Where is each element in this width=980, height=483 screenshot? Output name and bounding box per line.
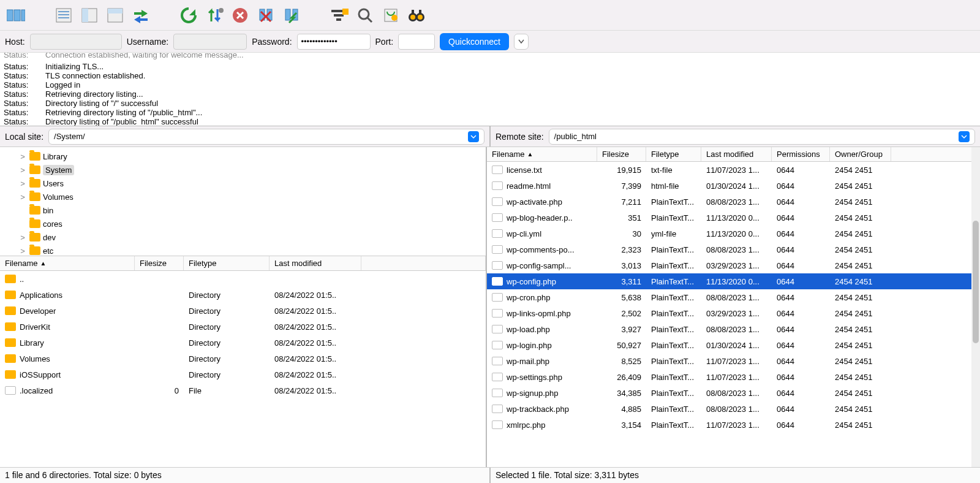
file-row[interactable]: wp-cli.yml30yml-file11/13/2020 0...06442… [487, 226, 980, 242]
username-input[interactable] [173, 34, 247, 50]
folder-icon [29, 246, 40, 255]
expand-toggle[interactable]: > [18, 165, 27, 175]
binoculars-icon[interactable] [405, 4, 428, 26]
svg-rect-1 [14, 10, 20, 21]
toggle-remote-tree-icon[interactable] [104, 4, 126, 26]
expand-toggle[interactable]: > [18, 233, 27, 242]
local-path-input[interactable]: /System/ [48, 129, 484, 145]
sort-asc-icon: ▲ [40, 260, 46, 267]
file-row[interactable]: LibraryDirectory08/24/2022 01:5.. [0, 335, 486, 351]
file-row[interactable]: iOSSupportDirectory08/24/2022 01:5.. [0, 367, 486, 382]
toggle-local-tree-icon[interactable] [78, 4, 100, 26]
expand-toggle[interactable]: > [18, 246, 27, 256]
remote-scrollbar[interactable] [971, 147, 980, 467]
file-icon [492, 357, 503, 365]
password-input[interactable] [297, 34, 371, 50]
refresh-icon[interactable] [178, 4, 200, 26]
username-label: Username: [127, 37, 168, 47]
local-file-list[interactable]: ..ApplicationsDirectory08/24/2022 01:5..… [0, 271, 486, 467]
file-row[interactable]: wp-login.php50,927PlainTextT...01/30/202… [487, 337, 980, 353]
message-log[interactable]: Status:Connection established, waiting f… [0, 53, 980, 126]
folder-icon [5, 291, 16, 299]
folder-icon [5, 370, 16, 379]
file-row[interactable]: wp-activate.php7,211PlainTextT...08/08/2… [487, 194, 980, 210]
sort-asc-icon: ▲ [527, 151, 533, 158]
folder-icon [29, 206, 40, 215]
port-label: Port: [375, 37, 394, 47]
file-row[interactable]: .localized0File08/24/2022 01:5.. [0, 382, 486, 398]
file-icon [492, 309, 503, 318]
folder-icon [5, 306, 16, 315]
file-row[interactable]: wp-cron.php5,638PlainTextT...08/08/2023 … [487, 289, 980, 305]
toggle-log-icon[interactable] [53, 4, 75, 26]
port-input[interactable] [398, 34, 435, 50]
toggle-queue-icon[interactable] [130, 4, 152, 26]
file-row[interactable]: license.txt19,915txt-file11/07/2023 1...… [487, 162, 980, 178]
tree-node[interactable]: >Volumes [0, 190, 486, 203]
cancel-icon[interactable] [229, 4, 251, 26]
quickconnect-history-dropdown[interactable] [514, 34, 529, 50]
main-toolbar [0, 0, 980, 31]
svg-point-28 [391, 15, 398, 21]
expand-toggle[interactable]: > [18, 152, 27, 161]
file-icon [492, 245, 503, 254]
file-row[interactable]: wp-config.php3,311PlainTextT...11/13/202… [487, 273, 980, 289]
site-manager-icon[interactable] [5, 4, 27, 26]
folder-icon [29, 233, 40, 242]
expand-toggle[interactable]: > [18, 179, 27, 188]
local-directory-tree[interactable]: >Library>System>Users>Volumesbincores>de… [0, 147, 486, 256]
file-row[interactable]: .. [0, 271, 486, 287]
file-icon [492, 213, 503, 222]
tree-node[interactable]: >System [0, 163, 486, 177]
remote-file-list[interactable]: license.txt19,915txt-file11/07/2023 1...… [487, 162, 980, 467]
file-icon [5, 386, 16, 395]
svg-rect-2 [21, 10, 25, 21]
file-row[interactable]: wp-settings.php26,409PlainTextT...11/07/… [487, 369, 980, 385]
file-icon [492, 420, 503, 429]
process-queue-icon[interactable] [203, 4, 225, 26]
disconnect-icon[interactable] [255, 4, 277, 26]
reconnect-icon[interactable] [281, 4, 303, 26]
tree-node[interactable]: cores [0, 217, 486, 230]
filter-icon[interactable] [328, 4, 350, 26]
tree-node[interactable]: >etc [0, 244, 486, 256]
remote-path-input[interactable]: /public_html [549, 129, 975, 145]
host-label: Host: [5, 37, 25, 47]
expand-toggle[interactable]: > [18, 192, 27, 202]
host-input[interactable] [30, 34, 122, 50]
folder-icon [5, 354, 16, 363]
file-row[interactable]: wp-mail.php8,525PlainTextT...11/07/2023 … [487, 353, 980, 369]
svg-point-31 [410, 15, 415, 20]
svg-rect-10 [108, 9, 123, 13]
file-row[interactable]: readme.html7,399html-file01/30/2024 1...… [487, 178, 980, 194]
search-icon[interactable] [354, 4, 376, 26]
file-icon [492, 277, 503, 286]
quickconnect-button[interactable]: Quickconnect [440, 33, 509, 50]
svg-rect-8 [82, 9, 88, 22]
file-row[interactable]: DeveloperDirectory08/24/2022 01:5.. [0, 303, 486, 319]
remote-file-header: Filename▲ Filesize Filetype Last modifie… [487, 147, 980, 162]
folder-icon [5, 338, 16, 347]
file-row[interactable]: xmlrpc.php3,154PlainTextT...11/07/2023 1… [487, 417, 980, 433]
file-row[interactable]: wp-signup.php34,385PlainTextT...08/08/20… [487, 385, 980, 401]
chevron-down-icon[interactable] [468, 131, 479, 142]
folder-icon [29, 152, 40, 161]
password-label: Password: [252, 37, 292, 47]
file-row[interactable]: wp-trackback.php4,885PlainTextT...08/08/… [487, 401, 980, 417]
file-row[interactable]: wp-comments-po...2,323PlainTextT...08/08… [487, 242, 980, 257]
file-icon [492, 165, 503, 174]
file-row[interactable]: wp-load.php3,927PlainTextT...08/08/2023 … [487, 321, 980, 337]
file-row[interactable]: wp-links-opml.php2,502PlainTextT...03/29… [487, 305, 980, 321]
chevron-down-icon[interactable] [959, 131, 970, 142]
file-row[interactable]: wp-config-sampl...3,013PlainTextT...03/2… [487, 257, 980, 273]
file-row[interactable]: wp-blog-header.p..351PlainTextT...11/13/… [487, 210, 980, 226]
tree-node[interactable]: >Library [0, 150, 486, 163]
tree-node[interactable]: >dev [0, 230, 486, 244]
tree-node[interactable]: >Users [0, 177, 486, 190]
tree-node[interactable]: bin [0, 203, 486, 217]
file-row[interactable]: DriverKitDirectory08/24/2022 01:5.. [0, 319, 486, 335]
file-row[interactable]: VolumesDirectory08/24/2022 01:5.. [0, 351, 486, 367]
folder-icon [29, 192, 40, 201]
file-row[interactable]: ApplicationsDirectory08/24/2022 01:5.. [0, 287, 486, 303]
compare-icon[interactable] [380, 4, 402, 26]
